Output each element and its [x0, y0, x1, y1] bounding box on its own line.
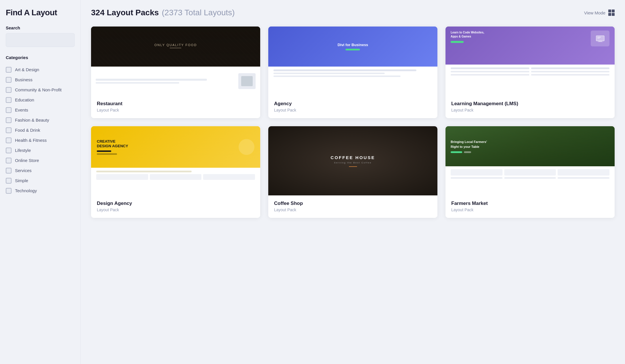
category-checkbox-food-drink[interactable]: [6, 127, 12, 133]
category-label-art-design: Art & Design: [15, 67, 39, 73]
category-checkbox-online-store[interactable]: [6, 158, 12, 163]
category-label-food-drink: Food & Drink: [15, 127, 40, 133]
card-type-coffee-shop: Layout Pack: [274, 208, 432, 212]
card-name-agency: Agency: [274, 101, 432, 107]
card-info-lms: Learning Management (LMS) Layout Pack: [445, 96, 615, 118]
card-preview-agency: Divi for Business: [268, 27, 437, 96]
sidebar-item-art-design[interactable]: Art & Design: [6, 65, 75, 75]
category-checkbox-health-fitness[interactable]: [6, 137, 12, 143]
view-mode-container[interactable]: View Mode: [584, 10, 615, 16]
card-info-design-agency: Design Agency Layout Pack: [91, 195, 260, 218]
sidebar-item-community-nonprofit[interactable]: Community & Non-Profit: [6, 85, 75, 95]
svg-rect-4: [598, 42, 603, 42]
card-preview-restaurant: Only Quality Food: [91, 27, 260, 96]
sidebar-item-business[interactable]: Business: [6, 75, 75, 85]
grid-icon-cell-4: [612, 13, 615, 16]
sidebar-item-online-store[interactable]: Online Store: [6, 155, 75, 165]
category-checkbox-art-design[interactable]: [6, 67, 12, 73]
view-mode-label: View Mode: [584, 10, 605, 15]
category-label-events: Events: [15, 107, 28, 113]
layout-total: (2373 Total Layouts): [162, 8, 235, 17]
card-type-agency: Layout Pack: [274, 108, 432, 112]
card-name-restaurant: Restaurant: [97, 101, 254, 107]
card-preview-coffee-shop: COFFEE HOUSE Serving the Best Coffee: [268, 126, 437, 195]
category-checkbox-lifestyle[interactable]: [6, 148, 12, 153]
layout-count: 324 Layout Packs: [91, 8, 159, 17]
category-label-business: Business: [15, 77, 33, 83]
category-checkbox-events[interactable]: [6, 107, 12, 113]
card-info-coffee-shop: Coffee Shop Layout Pack: [268, 195, 437, 218]
categories-heading: Categories: [6, 55, 75, 60]
category-checkbox-simple[interactable]: [6, 178, 12, 184]
search-input[interactable]: [6, 33, 75, 47]
card-type-farmers-market: Layout Pack: [451, 208, 609, 212]
main-content: 324 Layout Packs (2373 Total Layouts) Vi…: [81, 0, 625, 364]
sidebar-item-health-fitness[interactable]: Health & Fitness: [6, 135, 75, 145]
card-preview-farmers-market: Bringing Local Farmers'Right to your Tab…: [445, 126, 615, 195]
category-label-fashion-beauty: Fashion & Beauty: [15, 117, 49, 123]
category-checkbox-business[interactable]: [6, 77, 12, 83]
view-mode-icon[interactable]: [608, 10, 615, 16]
category-label-education: Education: [15, 97, 34, 103]
search-label: Search: [6, 25, 75, 30]
card-lms[interactable]: Learn to Code Websites,Apps & Games: [445, 27, 615, 118]
card-name-farmers-market: Farmers Market: [451, 201, 609, 206]
grid-icon-cell-3: [608, 13, 611, 16]
category-checkbox-technology[interactable]: [6, 188, 12, 194]
category-checkbox-fashion-beauty[interactable]: [6, 117, 12, 123]
card-info-agency: Agency Layout Pack: [268, 96, 437, 118]
category-label-lifestyle: Lifestyle: [15, 147, 31, 153]
card-type-design-agency: Layout Pack: [97, 208, 254, 212]
card-coffee-shop[interactable]: COFFEE HOUSE Serving the Best Coffee Cof…: [268, 126, 437, 218]
card-type-restaurant: Layout Pack: [97, 108, 254, 112]
card-info-farmers-market: Farmers Market Layout Pack: [445, 195, 615, 218]
main-header: 324 Layout Packs (2373 Total Layouts) Vi…: [91, 8, 615, 17]
category-label-simple: Simple: [15, 178, 28, 184]
grid-icon-cell-2: [612, 10, 615, 12]
card-farmers-market[interactable]: Bringing Local Farmers'Right to your Tab…: [445, 126, 615, 218]
sidebar-item-lifestyle[interactable]: Lifestyle: [6, 145, 75, 155]
page-title: Find A Layout: [6, 8, 75, 17]
card-restaurant[interactable]: Only Quality Food: [91, 27, 260, 118]
sidebar: Find A Layout Search Categories Art & De…: [0, 0, 81, 364]
category-label-online-store: Online Store: [15, 157, 39, 163]
sidebar-item-technology[interactable]: Technology: [6, 186, 75, 196]
sidebar-item-services[interactable]: Services: [6, 165, 75, 176]
category-label-community-nonprofit: Community & Non-Profit: [15, 87, 62, 93]
sidebar-item-education[interactable]: Education: [6, 95, 75, 105]
cards-grid: Only Quality Food: [91, 27, 615, 218]
sidebar-item-food-drink[interactable]: Food & Drink: [6, 125, 75, 135]
sidebar-item-events[interactable]: Events: [6, 105, 75, 115]
grid-icon-cell-1: [608, 10, 611, 12]
category-label-health-fitness: Health & Fitness: [15, 137, 47, 143]
app-container: Find A Layout Search Categories Art & De…: [0, 0, 625, 364]
category-checkbox-services[interactable]: [6, 168, 12, 173]
layout-count-container: 324 Layout Packs (2373 Total Layouts): [91, 8, 235, 17]
card-design-agency[interactable]: CreativeDesign Agency: [91, 126, 260, 218]
category-label-services: Services: [15, 167, 32, 173]
category-checkbox-community-nonprofit[interactable]: [6, 87, 12, 93]
svg-rect-2: [597, 38, 600, 39]
sidebar-item-simple[interactable]: Simple: [6, 176, 75, 186]
category-checkbox-education[interactable]: [6, 97, 12, 103]
card-preview-lms: Learn to Code Websites,Apps & Games: [445, 27, 615, 96]
card-name-design-agency: Design Agency: [97, 201, 254, 206]
card-name-coffee-shop: Coffee Shop: [274, 201, 432, 206]
category-label-technology: Technology: [15, 188, 37, 194]
card-agency[interactable]: Divi for Business Agency Layout Pack: [268, 27, 437, 118]
card-preview-design-agency: CreativeDesign Agency: [91, 126, 260, 195]
svg-rect-1: [597, 37, 601, 37]
sidebar-item-fashion-beauty[interactable]: Fashion & Beauty: [6, 115, 75, 125]
card-info-restaurant: Restaurant Layout Pack: [91, 96, 260, 118]
card-type-lms: Layout Pack: [451, 108, 609, 112]
card-name-lms: Learning Management (LMS): [451, 101, 609, 107]
